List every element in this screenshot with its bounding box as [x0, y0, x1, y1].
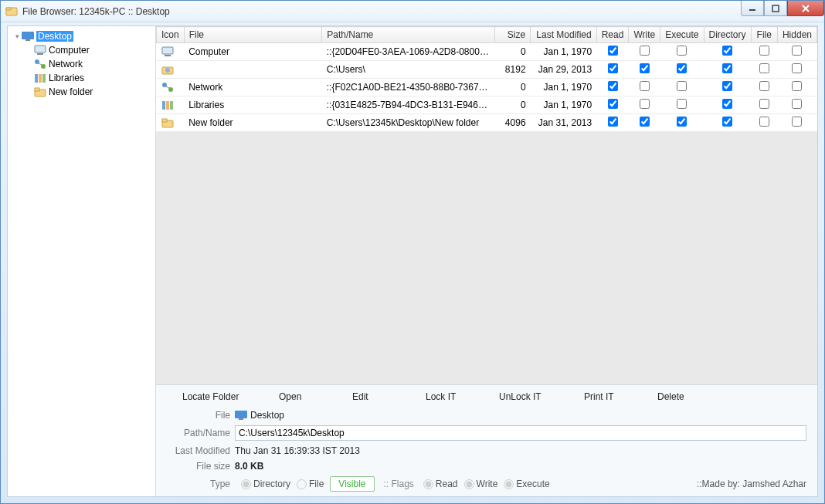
- col-directory[interactable]: Directory: [704, 27, 751, 43]
- radio-file[interactable]: File: [297, 479, 324, 489]
- tree-expand-icon[interactable]: ▾: [12, 32, 22, 40]
- radio-execute-input[interactable]: [504, 479, 514, 489]
- titlebar[interactable]: File Browser: 12345k-PC :: Desktop: [1, 1, 824, 22]
- row-icon: [157, 79, 185, 96]
- grid-checkbox[interactable]: [759, 81, 769, 91]
- grid-checkbox[interactable]: [677, 117, 687, 127]
- grid-checkbox[interactable]: [722, 46, 732, 56]
- table-row[interactable]: New folderC:\Users\12345k\Desktop\New fo…: [157, 114, 817, 132]
- tree-item-new-folder[interactable]: New folder: [11, 85, 152, 99]
- col-modified[interactable]: Last Modified: [531, 27, 597, 43]
- row-modified: Jan 1, 1970: [531, 43, 597, 61]
- close-button[interactable]: [787, 1, 824, 16]
- grid-checkbox[interactable]: [640, 81, 650, 91]
- action-lock[interactable]: Lock IT: [426, 391, 499, 402]
- tree-root-desktop[interactable]: ▾ Desktop: [11, 29, 152, 43]
- grid-checkbox[interactable]: [608, 81, 618, 91]
- radio-read-input[interactable]: [423, 479, 433, 489]
- app-window: File Browser: 12345k-PC :: Desktop ▾ Des…: [0, 0, 825, 504]
- folder-tree[interactable]: ▾ Desktop Computer Network Libraries: [8, 26, 156, 496]
- col-path[interactable]: Path/Name: [322, 27, 495, 43]
- minimize-button[interactable]: [741, 1, 764, 16]
- grid-checkbox[interactable]: [677, 46, 687, 56]
- radio-directory[interactable]: Directory: [241, 479, 290, 489]
- svg-rect-17: [35, 88, 39, 91]
- radio-file-input[interactable]: [297, 479, 307, 489]
- row-file: Computer: [184, 43, 322, 61]
- tree-label: Libraries: [49, 73, 84, 83]
- action-delete[interactable]: Delete: [657, 391, 731, 402]
- grid-checkbox[interactable]: [608, 99, 618, 109]
- info-file: File Desktop: [167, 410, 806, 421]
- table-row[interactable]: Network::{F02C1A0D-BE21-4350-88B0-7367FC…: [157, 79, 817, 96]
- label-path: Path/Name: [167, 428, 230, 438]
- table-row[interactable]: Libraries::{031E4825-7B94-4DC3-B131-E946…: [157, 96, 817, 114]
- table-row[interactable]: C:\Users\8192Jan 29, 2013: [157, 61, 817, 79]
- tree-label: Computer: [49, 45, 90, 56]
- radio-read[interactable]: Read: [423, 479, 458, 489]
- grid-checkbox[interactable]: [759, 117, 769, 127]
- col-size[interactable]: Size: [495, 27, 531, 43]
- folder-icon: [34, 86, 46, 98]
- grid-checkbox[interactable]: [792, 63, 802, 73]
- made-by: ::Made by: Jamshed Azhar: [697, 479, 806, 489]
- grid-checkbox[interactable]: [640, 117, 650, 127]
- grid-checkbox[interactable]: [608, 46, 618, 56]
- file-grid-wrap[interactable]: Icon File Path/Name Size Last Modified R…: [156, 26, 817, 384]
- row-modified: Jan 1, 1970: [531, 96, 597, 114]
- col-execute[interactable]: Execute: [660, 27, 704, 43]
- grid-checkbox[interactable]: [608, 117, 618, 127]
- col-hidden[interactable]: Hidden: [777, 27, 817, 43]
- grid-checkbox[interactable]: [792, 46, 802, 56]
- col-read[interactable]: Read: [596, 27, 629, 43]
- svg-rect-9: [37, 53, 43, 55]
- grid-checkbox[interactable]: [722, 81, 732, 91]
- flags-label: :: Flags: [384, 479, 414, 489]
- grid-checkbox[interactable]: [722, 63, 732, 73]
- tree-item-computer[interactable]: Computer: [11, 43, 152, 57]
- grid-checkbox[interactable]: [722, 117, 732, 127]
- grid-checkbox[interactable]: [640, 63, 650, 73]
- radio-write-input[interactable]: [464, 479, 474, 489]
- row-path: ::{20D04FE0-3AEA-1069-A2D8-08002B3030...: [322, 43, 495, 61]
- col-file2[interactable]: File: [751, 27, 777, 43]
- radio-execute[interactable]: Execute: [504, 479, 549, 489]
- grid-checkbox[interactable]: [640, 99, 650, 109]
- action-locate[interactable]: Locate Folder: [182, 391, 279, 402]
- action-print[interactable]: Print IT: [584, 391, 657, 402]
- grid-checkbox[interactable]: [759, 99, 769, 109]
- col-icon[interactable]: Icon: [157, 27, 185, 43]
- grid-checkbox[interactable]: [677, 81, 687, 91]
- svg-rect-26: [166, 101, 169, 110]
- row-size: 8192: [495, 61, 531, 79]
- grid-checkbox[interactable]: [759, 46, 769, 56]
- col-write[interactable]: Write: [629, 27, 660, 43]
- tree-label: Desktop: [36, 31, 73, 42]
- col-file[interactable]: File: [184, 27, 322, 43]
- grid-checkbox[interactable]: [759, 63, 769, 73]
- action-edit[interactable]: Edit: [352, 391, 426, 402]
- svg-line-12: [39, 63, 42, 65]
- grid-checkbox[interactable]: [608, 63, 618, 73]
- grid-checkbox[interactable]: [792, 81, 802, 91]
- tree-item-libraries[interactable]: Libraries: [11, 71, 152, 85]
- maximize-button[interactable]: [764, 1, 787, 16]
- grid-checkbox[interactable]: [792, 117, 802, 127]
- radio-directory-input[interactable]: [241, 479, 251, 489]
- tree-item-network[interactable]: Network: [11, 57, 152, 71]
- info-path: Path/Name: [167, 425, 806, 441]
- grid-checkbox[interactable]: [792, 99, 802, 109]
- radio-write[interactable]: Write: [464, 479, 498, 489]
- visible-button[interactable]: Visible: [330, 476, 374, 492]
- path-input[interactable]: [235, 425, 806, 441]
- grid-checkbox[interactable]: [677, 63, 687, 73]
- svg-rect-15: [42, 74, 46, 83]
- row-path: ::{031E4825-7B94-4DC3-B131-E946B44C8D...: [322, 96, 495, 114]
- action-unlock[interactable]: UnLock IT: [499, 391, 584, 402]
- grid-checkbox[interactable]: [722, 99, 732, 109]
- grid-checkbox[interactable]: [677, 99, 687, 109]
- table-row[interactable]: Computer::{20D04FE0-3AEA-1069-A2D8-08002…: [157, 43, 817, 61]
- svg-rect-31: [239, 418, 243, 420]
- grid-checkbox[interactable]: [640, 46, 650, 56]
- action-open[interactable]: Open: [279, 391, 352, 402]
